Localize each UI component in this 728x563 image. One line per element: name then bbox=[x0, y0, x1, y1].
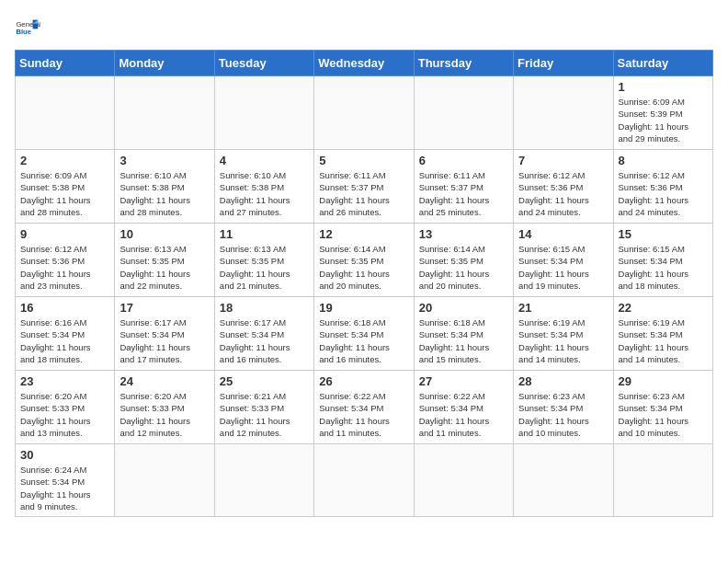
calendar-table: SundayMondayTuesdayWednesdayThursdayFrid… bbox=[15, 50, 713, 517]
calendar-cell: 29Sunrise: 6:23 AM Sunset: 5:34 PM Dayli… bbox=[613, 371, 712, 444]
calendar-cell bbox=[314, 76, 414, 150]
day-info: Sunrise: 6:09 AM Sunset: 5:38 PM Dayligh… bbox=[20, 169, 109, 218]
calendar-cell: 14Sunrise: 6:15 AM Sunset: 5:34 PM Dayli… bbox=[514, 224, 613, 297]
week-row-6: 30Sunrise: 6:24 AM Sunset: 5:34 PM Dayli… bbox=[16, 444, 713, 517]
day-info: Sunrise: 6:20 AM Sunset: 5:33 PM Dayligh… bbox=[119, 390, 209, 439]
day-number: 23 bbox=[20, 374, 109, 388]
day-info: Sunrise: 6:14 AM Sunset: 5:35 PM Dayligh… bbox=[419, 243, 508, 292]
calendar-cell: 6Sunrise: 6:11 AM Sunset: 5:37 PM Daylig… bbox=[414, 150, 513, 224]
calendar-cell: 23Sunrise: 6:20 AM Sunset: 5:33 PM Dayli… bbox=[16, 371, 115, 444]
day-info: Sunrise: 6:11 AM Sunset: 5:37 PM Dayligh… bbox=[419, 169, 508, 218]
calendar-cell: 25Sunrise: 6:21 AM Sunset: 5:33 PM Dayli… bbox=[214, 371, 313, 444]
calendar-cell bbox=[414, 76, 513, 150]
day-info: Sunrise: 6:12 AM Sunset: 5:36 PM Dayligh… bbox=[619, 169, 708, 218]
day-info: Sunrise: 6:09 AM Sunset: 5:39 PM Dayligh… bbox=[619, 96, 708, 144]
week-row-4: 16Sunrise: 6:16 AM Sunset: 5:34 PM Dayli… bbox=[16, 297, 713, 371]
calendar-cell: 2Sunrise: 6:09 AM Sunset: 5:38 PM Daylig… bbox=[16, 150, 115, 224]
day-number: 11 bbox=[220, 227, 309, 241]
calendar-cell bbox=[214, 444, 313, 517]
day-info: Sunrise: 6:22 AM Sunset: 5:34 PM Dayligh… bbox=[419, 390, 508, 439]
day-info: Sunrise: 6:20 AM Sunset: 5:33 PM Dayligh… bbox=[20, 390, 109, 439]
day-number: 15 bbox=[619, 227, 708, 241]
calendar-cell: 21Sunrise: 6:19 AM Sunset: 5:34 PM Dayli… bbox=[514, 297, 613, 371]
header-thursday: Thursday bbox=[414, 51, 513, 76]
day-number: 29 bbox=[619, 374, 708, 388]
day-info: Sunrise: 6:19 AM Sunset: 5:34 PM Dayligh… bbox=[619, 316, 708, 365]
week-row-2: 2Sunrise: 6:09 AM Sunset: 5:38 PM Daylig… bbox=[16, 150, 713, 224]
day-number: 22 bbox=[619, 301, 708, 315]
day-number: 19 bbox=[319, 301, 408, 315]
calendar-cell bbox=[16, 76, 115, 150]
calendar-cell: 22Sunrise: 6:19 AM Sunset: 5:34 PM Dayli… bbox=[613, 297, 712, 371]
calendar-cell: 20Sunrise: 6:18 AM Sunset: 5:34 PM Dayli… bbox=[414, 297, 513, 371]
day-info: Sunrise: 6:22 AM Sunset: 5:34 PM Dayligh… bbox=[319, 390, 408, 439]
day-number: 2 bbox=[20, 154, 109, 167]
calendar-cell: 17Sunrise: 6:17 AM Sunset: 5:34 PM Dayli… bbox=[115, 297, 214, 371]
calendar-cell: 1Sunrise: 6:09 AM Sunset: 5:39 PM Daylig… bbox=[613, 76, 712, 150]
day-number: 7 bbox=[518, 154, 608, 167]
calendar-cell bbox=[613, 444, 712, 517]
day-number: 14 bbox=[518, 227, 608, 241]
day-info: Sunrise: 6:10 AM Sunset: 5:38 PM Dayligh… bbox=[119, 169, 209, 218]
day-number: 20 bbox=[419, 301, 508, 315]
day-info: Sunrise: 6:21 AM Sunset: 5:33 PM Dayligh… bbox=[220, 390, 309, 439]
day-number: 6 bbox=[419, 154, 508, 167]
calendar-cell bbox=[514, 76, 613, 150]
day-number: 30 bbox=[20, 448, 109, 462]
day-info: Sunrise: 6:10 AM Sunset: 5:38 PM Dayligh… bbox=[220, 169, 309, 218]
day-info: Sunrise: 6:14 AM Sunset: 5:35 PM Dayligh… bbox=[319, 243, 408, 292]
day-number: 12 bbox=[319, 227, 408, 241]
day-info: Sunrise: 6:24 AM Sunset: 5:34 PM Dayligh… bbox=[20, 464, 109, 512]
day-info: Sunrise: 6:18 AM Sunset: 5:34 PM Dayligh… bbox=[419, 316, 508, 365]
weekday-header-row: SundayMondayTuesdayWednesdayThursdayFrid… bbox=[16, 51, 713, 76]
calendar-cell: 13Sunrise: 6:14 AM Sunset: 5:35 PM Dayli… bbox=[414, 224, 513, 297]
day-number: 10 bbox=[119, 227, 209, 241]
calendar-cell bbox=[115, 444, 214, 517]
day-info: Sunrise: 6:13 AM Sunset: 5:35 PM Dayligh… bbox=[119, 243, 209, 292]
calendar-cell: 27Sunrise: 6:22 AM Sunset: 5:34 PM Dayli… bbox=[414, 371, 513, 444]
calendar-cell: 3Sunrise: 6:10 AM Sunset: 5:38 PM Daylig… bbox=[115, 150, 214, 224]
day-number: 8 bbox=[619, 154, 708, 167]
day-info: Sunrise: 6:17 AM Sunset: 5:34 PM Dayligh… bbox=[119, 316, 209, 365]
week-row-1: 1Sunrise: 6:09 AM Sunset: 5:39 PM Daylig… bbox=[16, 76, 713, 150]
calendar-cell: 5Sunrise: 6:11 AM Sunset: 5:37 PM Daylig… bbox=[314, 150, 414, 224]
calendar-cell bbox=[115, 76, 214, 150]
calendar-cell: 11Sunrise: 6:13 AM Sunset: 5:35 PM Dayli… bbox=[214, 224, 313, 297]
day-info: Sunrise: 6:15 AM Sunset: 5:34 PM Dayligh… bbox=[619, 243, 708, 292]
day-number: 16 bbox=[20, 301, 109, 315]
calendar-cell: 16Sunrise: 6:16 AM Sunset: 5:34 PM Dayli… bbox=[16, 297, 115, 371]
day-info: Sunrise: 6:11 AM Sunset: 5:37 PM Dayligh… bbox=[319, 169, 408, 218]
calendar-cell bbox=[414, 444, 513, 517]
calendar-cell: 15Sunrise: 6:15 AM Sunset: 5:34 PM Dayli… bbox=[613, 224, 712, 297]
calendar-cell: 12Sunrise: 6:14 AM Sunset: 5:35 PM Dayli… bbox=[314, 224, 414, 297]
day-number: 25 bbox=[220, 374, 309, 388]
header-sunday: Sunday bbox=[16, 51, 115, 76]
calendar-cell: 26Sunrise: 6:22 AM Sunset: 5:34 PM Dayli… bbox=[314, 371, 414, 444]
header-friday: Friday bbox=[514, 51, 613, 76]
calendar-cell bbox=[214, 76, 313, 150]
calendar-cell: 28Sunrise: 6:23 AM Sunset: 5:34 PM Dayli… bbox=[514, 371, 613, 444]
calendar-cell bbox=[514, 444, 613, 517]
calendar-cell: 18Sunrise: 6:17 AM Sunset: 5:34 PM Dayli… bbox=[214, 297, 313, 371]
day-number: 27 bbox=[419, 374, 508, 388]
day-info: Sunrise: 6:12 AM Sunset: 5:36 PM Dayligh… bbox=[20, 243, 109, 292]
day-number: 28 bbox=[518, 374, 608, 388]
day-info: Sunrise: 6:16 AM Sunset: 5:34 PM Dayligh… bbox=[20, 316, 109, 365]
calendar-cell: 30Sunrise: 6:24 AM Sunset: 5:34 PM Dayli… bbox=[16, 444, 115, 517]
day-number: 26 bbox=[319, 374, 408, 388]
header-saturday: Saturday bbox=[613, 51, 712, 76]
day-number: 3 bbox=[119, 154, 209, 167]
day-info: Sunrise: 6:23 AM Sunset: 5:34 PM Dayligh… bbox=[619, 390, 708, 439]
generalblue-logo-icon: General Blue bbox=[15, 15, 40, 40]
week-row-5: 23Sunrise: 6:20 AM Sunset: 5:33 PM Dayli… bbox=[16, 371, 713, 444]
day-number: 24 bbox=[119, 374, 209, 388]
day-number: 1 bbox=[619, 80, 708, 94]
calendar-cell bbox=[314, 444, 414, 517]
day-number: 18 bbox=[220, 301, 309, 315]
day-info: Sunrise: 6:19 AM Sunset: 5:34 PM Dayligh… bbox=[518, 316, 608, 365]
day-number: 17 bbox=[119, 301, 209, 315]
calendar-cell: 8Sunrise: 6:12 AM Sunset: 5:36 PM Daylig… bbox=[613, 150, 712, 224]
day-number: 4 bbox=[220, 154, 309, 167]
header-tuesday: Tuesday bbox=[214, 51, 313, 76]
day-number: 13 bbox=[419, 227, 508, 241]
